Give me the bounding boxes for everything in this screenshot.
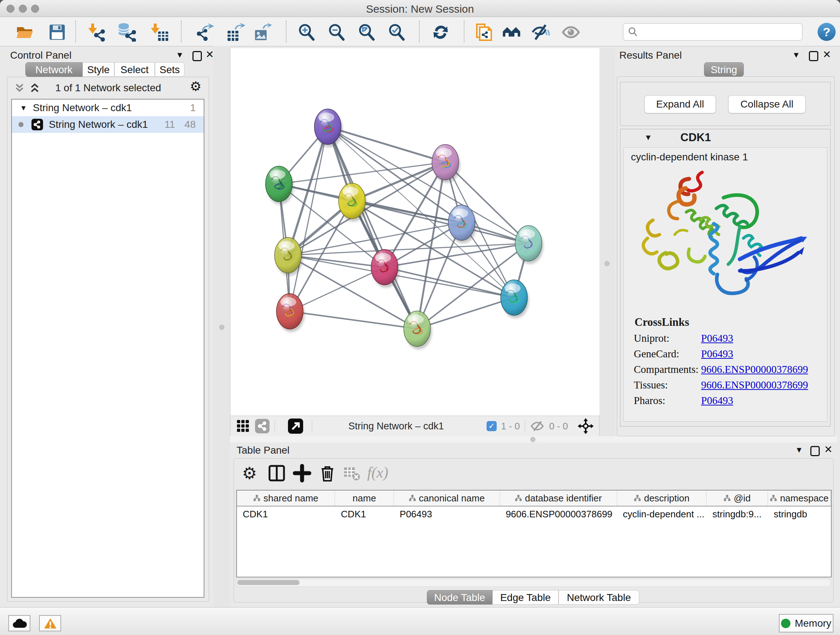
tab-select[interactable]: Select — [114, 62, 155, 77]
table-options-gear-icon[interactable]: ⚙ — [242, 464, 261, 483]
export-table-icon[interactable] — [226, 23, 245, 42]
panel-float-icon[interactable] — [809, 51, 818, 61]
gene-section-header[interactable]: ▼ CDK1 — [621, 129, 830, 146]
network-collection-row[interactable]: ▼ String Network – cdk1 1 — [12, 100, 204, 116]
home-legacy-icon[interactable] — [502, 23, 521, 42]
string-document-icon[interactable] — [475, 23, 493, 42]
selected-items-checkbox-icon[interactable]: ✓ — [486, 421, 497, 431]
save-session-icon[interactable] — [48, 23, 66, 42]
tab-style[interactable]: Style — [82, 62, 114, 77]
splitter-handle[interactable] — [605, 261, 609, 266]
cell-shared-name[interactable]: CDK1 — [237, 507, 335, 522]
title-bar: Session: New Session — [0, 0, 840, 17]
crosslink-link[interactable]: P06493 — [701, 333, 733, 344]
search-input[interactable] — [641, 24, 802, 40]
cell-namespace[interactable]: stringdb — [768, 507, 831, 522]
panel-close-icon[interactable]: ✕ — [823, 49, 831, 60]
network-node-HIST1H1A[interactable] — [276, 294, 305, 332]
expand-all-button[interactable]: Expand All — [644, 95, 716, 113]
network-node-CCNB1[interactable] — [275, 238, 303, 276]
network-node-CCNE1[interactable] — [404, 311, 432, 349]
birdseye-view-icon[interactable] — [288, 418, 303, 434]
warnings-button[interactable] — [39, 615, 61, 631]
scrollbar-thumb[interactable] — [237, 580, 300, 585]
help-button[interactable]: ? — [818, 23, 836, 41]
statusbar-separator — [275, 419, 275, 433]
panel-menu-icon[interactable]: ▼ — [792, 50, 800, 60]
zoom-out-icon[interactable] — [327, 23, 346, 42]
collapse-all-button[interactable]: Collapse All — [728, 95, 806, 113]
tab-network[interactable]: Network — [25, 62, 82, 77]
panel-menu-icon[interactable]: ▼ — [176, 50, 184, 60]
network-node-CCNB2[interactable] — [314, 109, 343, 147]
tab-network-table[interactable]: Network Table — [559, 590, 639, 605]
pan-crosshair-icon[interactable] — [577, 418, 594, 434]
tab-node-table[interactable]: Node Table — [427, 590, 493, 605]
network-share-view-icon[interactable] — [255, 419, 270, 433]
export-network-icon[interactable] — [195, 23, 214, 42]
crosslink-link[interactable]: P06493 — [701, 348, 733, 360]
node-table-row[interactable]: CDK1CDK1P064939606.ENSP00000378699cyclin… — [237, 507, 831, 522]
panel-close-icon[interactable]: ✕ — [824, 443, 832, 455]
cell-canonical-name[interactable]: P06493 — [394, 507, 500, 522]
splitter-handle[interactable] — [219, 325, 224, 330]
delete-column-trash-icon[interactable] — [318, 464, 337, 483]
column-header-description[interactable]: description — [617, 491, 707, 506]
panel-float-icon[interactable] — [193, 51, 202, 61]
column-header-shared-name[interactable]: shared name — [237, 491, 335, 506]
gene-description: cyclin-dependent kinase 1 — [631, 151, 827, 163]
open-session-icon[interactable] — [15, 23, 34, 42]
toolbar-separator — [75, 21, 76, 42]
tab-edge-table[interactable]: Edge Table — [493, 590, 559, 605]
zoom-fit-icon[interactable] — [357, 23, 376, 42]
section-expander-icon[interactable]: ▼ — [644, 133, 652, 142]
cell-description[interactable]: cyclin-dependent ... — [617, 507, 707, 522]
toolbar-separator — [286, 21, 286, 42]
tab-sets[interactable]: Sets — [155, 62, 185, 77]
crosslink-link[interactable]: 9606.ENSP00000378699 — [701, 379, 808, 391]
add-column-icon[interactable] — [293, 464, 311, 483]
splitter-handle[interactable] — [531, 437, 535, 442]
grid-view-icon[interactable] — [236, 419, 250, 433]
vertical-splitter[interactable] — [213, 46, 230, 607]
zoom-in-icon[interactable] — [297, 23, 316, 42]
cell-database-identifier[interactable]: 9606.ENSP00000378699 — [500, 507, 617, 522]
network-node-CCNA2[interactable] — [371, 249, 399, 288]
column-header-name[interactable]: name — [335, 491, 393, 506]
cell-name[interactable]: CDK1 — [335, 507, 393, 522]
network-view-canvas[interactable]: CCNB2CCNA1CDC25BCDK1CDC6RB1CCNB1CCNA2CDK… — [230, 48, 600, 416]
table-horizontal-scrollbar[interactable] — [236, 579, 831, 587]
network-tree: ▼ String Network – cdk1 1 String Network… — [11, 99, 204, 598]
memory-button[interactable]: Memory — [779, 614, 834, 632]
crosslink-link[interactable]: 9606.ENSP00000378699 — [701, 363, 808, 375]
panel-float-icon[interactable] — [810, 446, 820, 456]
refresh-icon[interactable] — [431, 23, 450, 42]
network-row-selected[interactable]: String Network – cdk1 11 48 — [12, 116, 204, 133]
zoom-selected-icon[interactable] — [387, 23, 406, 42]
panel-menu-icon[interactable]: ▼ — [795, 445, 803, 455]
column-header-database-identifier[interactable]: database identifier — [500, 491, 617, 506]
show-panel-eye-icon[interactable] — [561, 23, 580, 42]
hidden-items-eye-slash-icon[interactable] — [531, 420, 545, 432]
protein-structure-image — [631, 166, 819, 310]
vertical-splitter-right[interactable] — [600, 48, 615, 436]
column-header--id[interactable]: @id — [706, 491, 767, 506]
network-node-RB1[interactable] — [515, 226, 543, 264]
network-options-gear-icon[interactable]: ⚙ — [190, 80, 202, 93]
cell--id[interactable]: stringdb:9... — [706, 507, 767, 522]
import-network-database-icon[interactable] — [118, 23, 136, 42]
show-columns-icon[interactable] — [267, 464, 286, 483]
cloud-status-button[interactable] — [8, 615, 30, 631]
tab-string[interactable]: String — [704, 62, 744, 77]
import-table-icon[interactable] — [150, 23, 169, 42]
tree-expander-icon[interactable]: ▼ — [20, 104, 27, 112]
import-network-file-icon[interactable] — [87, 23, 106, 42]
panel-close-icon[interactable]: ✕ — [205, 49, 214, 60]
hide-panel-eye-slash-icon[interactable] — [531, 23, 550, 42]
column-header-canonical-name[interactable]: canonical name — [394, 491, 500, 506]
export-image-icon[interactable] — [253, 23, 272, 42]
horizontal-splitter[interactable] — [230, 436, 837, 442]
column-header-namespace[interactable]: namespace — [768, 491, 831, 506]
network-node-CDKN1A[interactable] — [501, 280, 529, 318]
crosslink-link[interactable]: P06493 — [701, 394, 733, 407]
